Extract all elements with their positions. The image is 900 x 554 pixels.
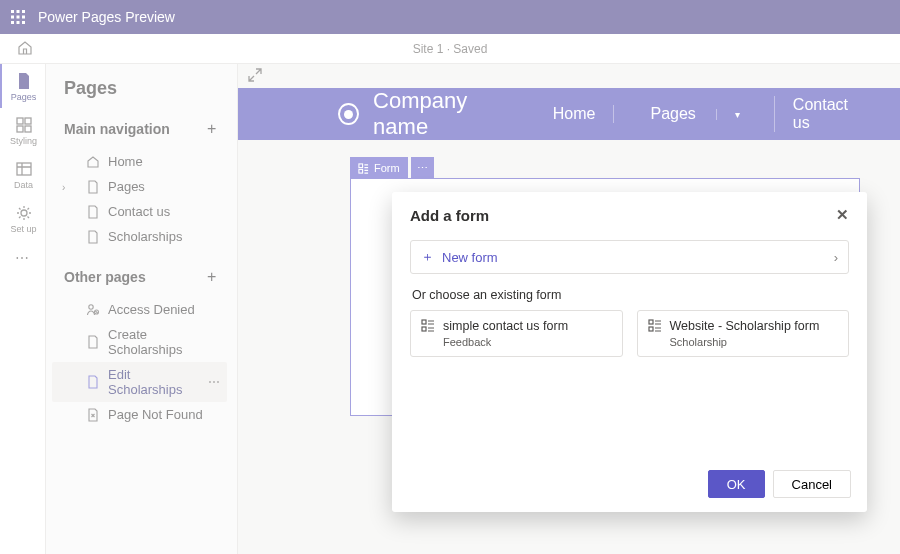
section-other-pages: Other pages + [52, 263, 227, 291]
more-icon[interactable]: ⋯ [208, 375, 221, 389]
existing-form-contact[interactable]: simple contact us form Feedback [410, 310, 623, 357]
svg-point-14 [21, 210, 27, 216]
other-item-create-scholarships[interactable]: Create Scholarships [52, 322, 227, 362]
plus-icon: ＋ [421, 248, 434, 266]
svg-rect-12 [25, 126, 31, 132]
site-nav: Home Pages▾ Contact us [535, 96, 870, 132]
modal-title: Add a form [410, 207, 489, 224]
site-nav-pages[interactable]: Pages▾ [613, 105, 773, 123]
rail-setup[interactable]: Set up [0, 196, 46, 240]
svg-rect-3 [11, 16, 14, 19]
form-chip-label[interactable]: Form [350, 157, 408, 179]
site-header: Company name Home Pages▾ Contact us [238, 88, 900, 140]
other-item-not-found[interactable]: Page Not Found [52, 402, 227, 427]
rail-label: Data [14, 180, 33, 190]
add-page-button[interactable]: + [201, 119, 221, 139]
other-item-edit-scholarships[interactable]: Edit Scholarships ⋯ [52, 362, 227, 402]
section-title: Other pages [64, 269, 146, 285]
company-logo-icon[interactable] [338, 103, 359, 125]
ok-button[interactable]: OK [708, 470, 765, 498]
tree-label: Scholarships [108, 229, 182, 244]
rail-more[interactable]: ⋯ [15, 240, 30, 266]
rail-label: Set up [10, 224, 36, 234]
svg-rect-9 [17, 118, 23, 124]
svg-rect-7 [17, 21, 20, 24]
rail-data[interactable]: Data [0, 152, 46, 196]
tree-label: Page Not Found [108, 407, 203, 422]
site-nav-contact[interactable]: Contact us [774, 96, 870, 132]
section-main-nav: Main navigation + [52, 115, 227, 143]
form-icon [421, 319, 435, 333]
svg-rect-17 [359, 163, 363, 167]
cancel-button[interactable]: Cancel [773, 470, 851, 498]
form-chip-more[interactable]: ⋯ [411, 157, 434, 179]
svg-rect-6 [11, 21, 14, 24]
form-card-title: simple contact us form [443, 319, 568, 334]
svg-rect-5 [22, 16, 25, 19]
form-icon [648, 319, 662, 333]
add-other-page-button[interactable]: + [201, 267, 221, 287]
svg-rect-1 [17, 10, 20, 13]
form-card-sub: Scholarship [670, 336, 820, 348]
tree-label: Home [108, 154, 143, 169]
svg-rect-18 [359, 169, 363, 173]
svg-rect-10 [25, 118, 31, 124]
svg-rect-4 [17, 16, 20, 19]
nav-item-home[interactable]: Home [52, 149, 227, 174]
svg-rect-22 [649, 327, 653, 331]
form-chip: Form ⋯ [350, 157, 434, 179]
left-rail: Pages Styling Data Set up ⋯ [0, 64, 46, 554]
tree-label: Access Denied [108, 302, 195, 317]
svg-rect-20 [422, 327, 426, 331]
pages-panel: Pages Main navigation + Home › Pages Con… [46, 64, 238, 554]
svg-rect-0 [11, 10, 14, 13]
tree-label: Create Scholarships [108, 327, 221, 357]
svg-rect-11 [17, 126, 23, 132]
svg-rect-8 [22, 21, 25, 24]
chevron-right-icon[interactable]: › [62, 182, 65, 193]
expand-icon[interactable] [248, 70, 262, 85]
home-icon[interactable] [17, 40, 33, 59]
site-nav-home[interactable]: Home [535, 105, 614, 123]
nav-item-scholarships[interactable]: Scholarships [52, 224, 227, 249]
other-item-access-denied[interactable]: Access Denied [52, 297, 227, 322]
svg-point-15 [89, 304, 93, 308]
rail-styling[interactable]: Styling [0, 108, 46, 152]
rail-label: Styling [10, 136, 37, 146]
choose-existing-label: Or choose an existing form [412, 288, 847, 302]
chevron-right-icon: › [834, 250, 838, 265]
rail-label: Pages [11, 92, 37, 102]
section-title: Main navigation [64, 121, 170, 137]
svg-rect-19 [422, 320, 426, 324]
panel-title: Pages [64, 78, 227, 99]
svg-rect-13 [17, 163, 31, 175]
brand-bar: Power Pages Preview [0, 0, 900, 34]
tree-label: Contact us [108, 204, 170, 219]
brand-title: Power Pages Preview [38, 9, 175, 25]
rail-pages[interactable]: Pages [0, 64, 46, 108]
svg-rect-21 [649, 320, 653, 324]
svg-rect-2 [22, 10, 25, 13]
chevron-down-icon: ▾ [716, 109, 758, 120]
site-status: Site 1 · Saved [413, 42, 488, 56]
form-card-sub: Feedback [443, 336, 568, 348]
title-row: Site 1 · Saved [0, 34, 900, 64]
tree-label: Pages [108, 179, 145, 194]
company-name[interactable]: Company name [373, 88, 521, 140]
add-form-modal: Add a form ✕ ＋ New form › Or choose an e… [392, 192, 867, 512]
form-card-title: Website - Scholarship form [670, 319, 820, 334]
tree-label: Edit Scholarships [108, 367, 200, 397]
nav-item-pages[interactable]: › Pages [52, 174, 227, 199]
new-form-label: New form [442, 250, 498, 265]
new-form-button[interactable]: ＋ New form › [410, 240, 849, 274]
close-icon[interactable]: ✕ [836, 206, 849, 224]
existing-form-scholarship[interactable]: Website - Scholarship form Scholarship [637, 310, 850, 357]
waffle-icon[interactable] [10, 9, 26, 25]
nav-item-contact[interactable]: Contact us [52, 199, 227, 224]
